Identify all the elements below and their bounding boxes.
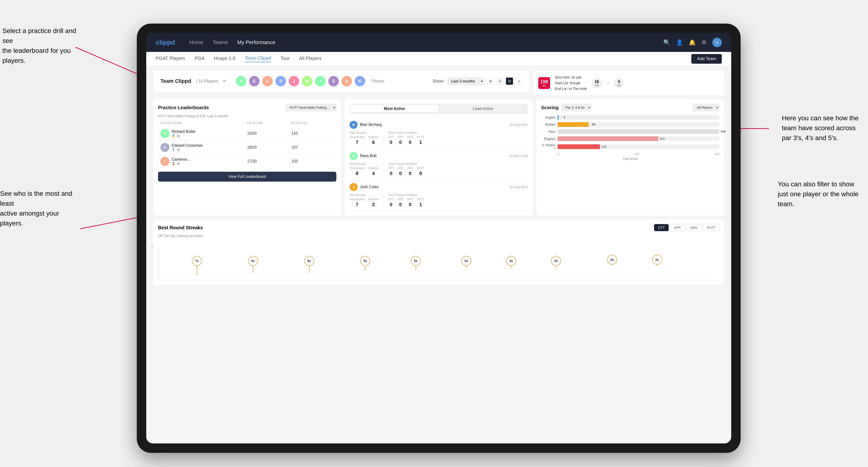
player-avatar-8[interactable]: S	[328, 76, 339, 86]
act-practice-activities-1: Total Practice Activities OTT 0 APP 0	[388, 131, 424, 145]
subnav-hcaps[interactable]: Hcaps 1-5	[214, 56, 236, 62]
activity-player-3: J Josh Coles 26 Aug 2023 Total Rounds To…	[349, 180, 528, 211]
act-practice-1: Practice 6	[368, 135, 378, 145]
shot-badge: 198 SC	[538, 77, 550, 89]
nav-link-performance[interactable]: My Performance	[237, 39, 275, 45]
act-stats-1: Total Rounds Tournament 7 Practice 6	[349, 131, 528, 145]
lb-badge-2: 🥈 2	[172, 148, 203, 151]
subnav-pga[interactable]: PGA	[195, 56, 205, 62]
arrow-right-icon: →	[606, 81, 610, 86]
bar-value-dbogeys: 131	[601, 145, 607, 148]
bell-icon[interactable]: 🔔	[689, 39, 696, 46]
leaderboard-dropdown[interactable]: PUTT Must Make Putting...	[286, 104, 336, 111]
view-card-icon[interactable]: ⊟	[506, 77, 513, 85]
bar-fill-eagles: 3	[558, 115, 559, 120]
act-name-3: Josh Coles	[360, 185, 379, 189]
act-header-3: J Josh Coles 26 Aug 2023	[349, 183, 528, 191]
streak-pin-4	[365, 266, 365, 271]
edit-icon[interactable]: ✏	[223, 79, 226, 84]
act-avatar-1: B	[349, 121, 358, 129]
streak-bubble-2: 6x	[248, 256, 258, 266]
yds-circle-1: 16 yds	[592, 78, 602, 88]
nav-link-teams[interactable]: Teams	[213, 39, 228, 45]
player-avatar-1[interactable]: R	[236, 76, 246, 86]
team-header: Team Clippd | 14 Players ✏ R E C B J M T…	[153, 71, 530, 92]
scoring-filter-select[interactable]: Par 3, 4 & 5s Par 3s Par 4s Par 5s	[561, 104, 591, 111]
players-label: Players	[372, 79, 384, 83]
annotation-right2: You can also filter to show just one pla…	[778, 179, 859, 209]
act-name-2: Rees Britt	[360, 154, 376, 158]
y-axis-label: A	[151, 245, 153, 248]
tab-least-active[interactable]: Least Active	[439, 105, 527, 113]
add-team-button[interactable]: Add Team	[691, 54, 722, 64]
player-avatar-3[interactable]: C	[262, 76, 273, 86]
tab-putt[interactable]: PUTT	[703, 224, 719, 231]
bar-chart: Eagles 3 Birdies	[541, 115, 719, 161]
subnav-team-clippd[interactable]: Team Clippd	[245, 55, 271, 62]
subnav-all-players[interactable]: All Players	[299, 56, 321, 62]
view-grid-icon[interactable]: ⊞	[487, 77, 494, 85]
bar-label-eagles: Eagles	[541, 116, 555, 119]
player-avatar-6[interactable]: M	[302, 76, 312, 86]
player-avatar-10[interactable]: K	[355, 76, 365, 86]
lb-score-3: 17/20	[247, 159, 290, 163]
bar-fill-pars: 499	[558, 129, 719, 134]
view-full-leaderboard-button[interactable]: View Full Leaderboard	[158, 172, 336, 182]
lb-player-3: C Cameron... 🥉 3	[160, 157, 245, 166]
show-label: Show:	[433, 79, 444, 84]
tab-arg[interactable]: ARG	[686, 224, 701, 231]
player-avatar-5[interactable]: J	[289, 76, 299, 86]
avatar[interactable]: U	[712, 38, 722, 47]
player-avatar-7[interactable]: T	[315, 76, 326, 86]
search-icon[interactable]: 🔍	[663, 39, 670, 46]
leaderboard-subtitle: PUTT Must Make Putting (3-6 ft), Last 3 …	[158, 114, 336, 118]
streak-bubble-5: 5x	[411, 256, 421, 266]
lb-name-wrap-1: Richard Butler 🥇 1	[172, 129, 195, 137]
tab-ott[interactable]: OTT	[654, 224, 669, 231]
lb-player-2: E Edward Crossman 🥈 2	[160, 143, 245, 152]
scoring-player-filter-select[interactable]: All Players	[693, 104, 719, 111]
view-filter-icon[interactable]: ⫿	[515, 77, 523, 85]
activity-card: Most Active Least Active B Blair McHarg …	[345, 99, 533, 216]
streak-dot-2: 6x	[248, 256, 258, 273]
lb-avatar-1: R	[160, 129, 169, 138]
scoring-header: Scoring Par 3, 4 & 5s Par 3s Par 4s Par …	[541, 104, 719, 111]
chart-x-label: Total Shots	[541, 157, 719, 161]
navbar: clippd Home Teams My Performance 🔍 👤 🔔 ⚙…	[146, 33, 731, 52]
streaks-title: Best Round Streaks	[158, 225, 203, 230]
show-control: Show: Last 3 months Last 6 months Last 1…	[433, 77, 523, 85]
lb-row-3: C Cameron... 🥉 3 17/20 103	[158, 154, 336, 168]
act-stats-3: Total Rounds Tournament 7 Practice 2	[349, 193, 528, 207]
team-count: | 14 Players	[196, 79, 218, 84]
person-icon[interactable]: 👤	[676, 39, 683, 46]
leaderboard-title: Practice Leaderboards	[158, 105, 209, 111]
settings-icon[interactable]: ⚙	[702, 39, 707, 46]
act-avatar-2: R	[349, 152, 358, 160]
lb-badge-num-3: 3	[176, 162, 181, 165]
act-stats-2: Total Rounds Tournament 8 Practice 4	[349, 162, 528, 176]
player-avatar-9[interactable]: A	[342, 76, 352, 86]
act-header-2: R Rees Britt 02 Sep 2023	[349, 152, 528, 160]
player-avatar-4[interactable]: B	[276, 76, 286, 86]
streaks-header: Best Round Streaks OTT APP ARG PUTT	[158, 224, 719, 231]
silver-medal-icon: 🥈	[172, 148, 175, 151]
tab-app[interactable]: APP	[670, 224, 685, 231]
streak-bubble-3: 6x	[304, 256, 314, 266]
subnav-pgat[interactable]: PGAT Players	[156, 56, 185, 62]
bar-track-eagles: 3	[558, 115, 719, 120]
nav-link-home[interactable]: Home	[189, 39, 203, 45]
tab-most-active[interactable]: Most Active	[350, 105, 438, 113]
streaks-card: Best Round Streaks OTT APP ARG PUTT Off …	[153, 219, 724, 285]
view-list-icon[interactable]: ☰	[496, 77, 504, 85]
tablet-frame: clippd Home Teams My Performance 🔍 👤 🔔 ⚙…	[137, 24, 741, 453]
player-avatar-2[interactable]: E	[249, 76, 259, 86]
bar-track-pars: 499	[558, 129, 719, 134]
lb-avg-2: 107	[291, 145, 334, 150]
streak-chart: A 7x 6x 6x 5x	[158, 243, 719, 280]
act-date-2: 02 Sep 2023	[509, 154, 528, 158]
subnav-tour[interactable]: Tour	[280, 56, 290, 62]
team-title: Team Clippd	[160, 78, 191, 84]
show-select[interactable]: Last 3 months Last 6 months Last 12 mont…	[447, 77, 484, 85]
streak-pin-7	[511, 266, 512, 268]
streak-bubble-8: 4x	[551, 256, 561, 266]
